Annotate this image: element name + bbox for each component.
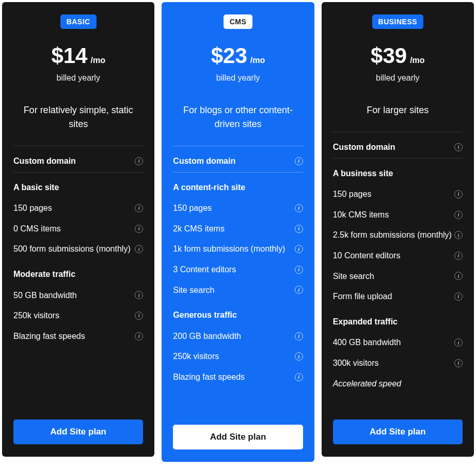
price-line: $23/mo bbox=[173, 43, 303, 68]
feature-text: 250k visitors bbox=[173, 351, 219, 362]
info-icon[interactable]: i bbox=[454, 231, 463, 239]
plan-desc: For blogs or other content-driven sites bbox=[173, 103, 303, 131]
add-site-plan-button[interactable]: Add Site plan bbox=[333, 420, 463, 444]
feature-row: 50 GB bandwidthi bbox=[13, 285, 143, 306]
info-icon[interactable]: i bbox=[295, 245, 303, 253]
feature-row: Custom domain i bbox=[333, 132, 463, 158]
info-icon[interactable]: i bbox=[135, 291, 143, 299]
section-title: A business site bbox=[333, 168, 393, 179]
plan-badge: BASIC bbox=[60, 14, 97, 29]
billed-text: billed yearly bbox=[173, 73, 303, 83]
feature-text: 10k CMS items bbox=[333, 209, 389, 221]
feature-row: 10k CMS itemsi bbox=[333, 205, 463, 225]
feature-row: 1k form submissions (monthly)i bbox=[173, 239, 303, 259]
plan-desc: For larger sites bbox=[333, 103, 463, 117]
feature-text: Accelerated speed bbox=[333, 378, 402, 390]
section-title: Expanded traffic bbox=[333, 316, 398, 328]
info-icon[interactable]: i bbox=[454, 292, 463, 301]
plan-badge: BUSINESS bbox=[372, 14, 424, 29]
feature-text: Blazing fast speeds bbox=[173, 371, 245, 383]
feature-row: Accelerated speed bbox=[333, 374, 463, 394]
section-head: A content-rich site bbox=[173, 173, 303, 198]
section-title: Generous traffic bbox=[173, 309, 237, 321]
info-icon[interactable]: i bbox=[295, 373, 303, 381]
info-icon[interactable]: i bbox=[454, 252, 463, 260]
feature-row: 2.5k form submissions (monthly)i bbox=[333, 225, 463, 245]
info-icon[interactable]: i bbox=[135, 225, 143, 233]
info-icon[interactable]: i bbox=[454, 211, 463, 219]
feature-text: 2k CMS items bbox=[173, 223, 225, 235]
feature-row: 3 Content editorsi bbox=[173, 259, 303, 280]
feature-row: Blazing fast speedsi bbox=[173, 367, 303, 387]
feature-text: Site search bbox=[173, 285, 214, 296]
info-icon[interactable]: i bbox=[295, 266, 303, 274]
section-title: A content-rich site bbox=[173, 182, 245, 193]
feature-text: 500 form submissions (monthly) bbox=[13, 243, 131, 255]
info-icon[interactable]: i bbox=[295, 157, 303, 165]
section-title: Moderate traffic bbox=[13, 269, 75, 280]
feature-row: Blazing fast speedsi bbox=[13, 326, 143, 347]
feature-row: 150 pagesi bbox=[173, 198, 303, 219]
feature-row: 400 GB bandwidthi bbox=[333, 332, 463, 353]
feature-row: Site searchi bbox=[173, 280, 303, 301]
feature-text: Custom domain bbox=[333, 142, 395, 153]
feature-text: Site search bbox=[333, 271, 374, 282]
info-icon[interactable]: i bbox=[135, 245, 143, 253]
feature-text: 400 GB bandwidth bbox=[333, 337, 401, 348]
add-site-plan-button[interactable]: Add Site plan bbox=[173, 425, 303, 449]
feature-text: 250k visitors bbox=[13, 310, 59, 321]
billed-text: billed yearly bbox=[333, 73, 463, 83]
feature-row: 150 pagesi bbox=[333, 184, 463, 205]
per: /mo bbox=[90, 56, 105, 65]
feature-text: Form file upload bbox=[333, 291, 392, 302]
feature-text: 10 Content editors bbox=[333, 250, 401, 261]
per: /mo bbox=[250, 56, 265, 65]
info-icon[interactable]: i bbox=[295, 225, 303, 233]
plan-desc: For relatively simple, static sites bbox=[13, 103, 143, 131]
info-icon[interactable]: i bbox=[135, 204, 143, 212]
plan-card-cms: CMS $23/mo billed yearly For blogs or ot… bbox=[162, 2, 314, 462]
info-icon[interactable]: i bbox=[295, 352, 303, 361]
feature-text: Custom domain bbox=[13, 156, 76, 167]
feature-row: Custom domain i bbox=[173, 146, 303, 172]
info-icon[interactable]: i bbox=[135, 157, 143, 165]
feature-row: 2k CMS itemsi bbox=[173, 219, 303, 239]
info-icon[interactable]: i bbox=[135, 332, 143, 340]
price: $23 bbox=[211, 43, 247, 68]
add-site-plan-button[interactable]: Add Site plan bbox=[13, 420, 143, 444]
plan-card-basic: BASIC $14/mo billed yearly For relativel… bbox=[2, 2, 154, 457]
feature-text: 150 pages bbox=[173, 203, 212, 214]
feature-text: 300k visitors bbox=[333, 358, 379, 369]
info-icon[interactable]: i bbox=[135, 312, 143, 320]
section-head: Generous traffic bbox=[173, 300, 303, 326]
info-icon[interactable]: i bbox=[454, 359, 463, 367]
plan-badge-wrap: BUSINESS bbox=[333, 14, 463, 29]
feature-text: 3 Content editors bbox=[173, 264, 236, 275]
feature-text: Custom domain bbox=[173, 156, 235, 167]
info-icon[interactable]: i bbox=[295, 286, 303, 294]
feature-text: 150 pages bbox=[333, 189, 372, 200]
info-icon[interactable]: i bbox=[295, 332, 303, 340]
feature-row: Site searchi bbox=[333, 266, 463, 287]
info-icon[interactable]: i bbox=[454, 272, 463, 280]
feature-text: Blazing fast speeds bbox=[13, 331, 85, 342]
feature-row: Form file uploadi bbox=[333, 286, 463, 307]
feature-row: 0 CMS itemsi bbox=[13, 219, 143, 239]
billed-text: billed yearly bbox=[13, 73, 143, 83]
feature-row: 250k visitorsi bbox=[173, 346, 303, 367]
plan-card-business: BUSINESS $39/mo billed yearly For larger… bbox=[322, 2, 474, 457]
section-head: A basic site bbox=[13, 173, 143, 198]
plan-badge-wrap: CMS bbox=[173, 14, 303, 29]
info-icon[interactable]: i bbox=[454, 190, 463, 198]
section-head: Expanded traffic bbox=[333, 307, 463, 333]
feature-row: 150 pagesi bbox=[13, 198, 143, 219]
section-head: Moderate traffic bbox=[13, 259, 143, 285]
info-icon[interactable]: i bbox=[454, 143, 463, 151]
info-icon[interactable]: i bbox=[454, 338, 463, 347]
feature-row: 250k visitorsi bbox=[13, 305, 143, 326]
feature-row: 200 GB bandwidthi bbox=[173, 326, 303, 347]
feature-text: 150 pages bbox=[13, 203, 52, 214]
price-line: $39/mo bbox=[333, 43, 463, 68]
price: $39 bbox=[371, 43, 407, 68]
info-icon[interactable]: i bbox=[295, 204, 303, 212]
